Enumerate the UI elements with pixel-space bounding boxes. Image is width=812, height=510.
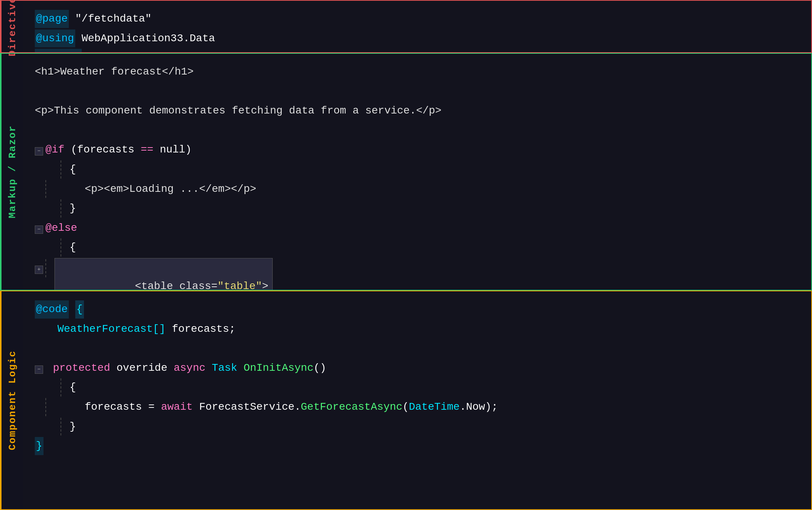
forecasts-var: forecasts = (85, 398, 161, 416)
markup-code-area: <h1>Weather forecast</h1> <p>This compon… (23, 54, 811, 290)
open-brace-if: { (70, 160, 76, 179)
directive-line-3: @inject WeatherForecastService ForecastS… (35, 49, 800, 52)
markup-line-open-brace-if: { (50, 160, 800, 179)
logic-line-code-open: @code { (35, 300, 800, 319)
markup-line-h1: <h1>Weather forecast</h1> (35, 63, 800, 81)
task-keyword (205, 359, 212, 377)
if-condition: (forecasts (64, 141, 141, 159)
method-call-name: GetForecastAsync (301, 398, 402, 416)
markup-line-loading: <p><em>Loading ...</em></p> (35, 180, 800, 198)
datetime-dot: . (460, 398, 466, 416)
datetime-now: Now); (466, 398, 498, 416)
markup-line-else: − @else (35, 219, 800, 237)
section-markup: Markup / Razor <h1>Weather forecast</h1>… (0, 53, 812, 291)
method-close-brace: } (70, 418, 76, 436)
fold-if-icon[interactable]: − (35, 147, 43, 155)
method-open-brace: { (70, 378, 76, 396)
code-close-brace: } (35, 437, 43, 455)
task-type: Task (212, 359, 237, 377)
forecast-type: WeatherForecast[] (57, 320, 166, 338)
at-code-keyword: @code (35, 300, 69, 319)
else-keyword: @else (45, 219, 77, 237)
await-keyword: await (161, 398, 193, 416)
protected-keyword: protected (53, 359, 110, 377)
markup-line-table: + <table class="table"> ... </table> (35, 258, 800, 290)
markup-line-if: − @if (forecasts == null) (35, 141, 800, 159)
if-operator: == (141, 141, 154, 159)
method-call-open: ( (402, 398, 409, 416)
logic-line-forecast-decl: WeatherForecast[] forecasts; (35, 320, 800, 338)
section-logic: Component Logic @code { WeatherForecast[… (0, 291, 812, 510)
logic-line-method-open-brace: { (50, 378, 800, 396)
at-if-keyword: @if (45, 141, 64, 159)
p-tag: <p>This component demonstrates fetching … (35, 102, 441, 120)
loading-tag: <p><em>Loading ...</em></p> (85, 180, 256, 198)
using-value: WebApplication33.Data (75, 30, 215, 48)
override-keyword: override (110, 359, 174, 377)
code-space (69, 300, 75, 319)
logic-label: Component Logic (1, 291, 23, 509)
logic-line-code-close: } (35, 437, 800, 455)
logic-line-oninit-decl: − protected override async Task OnInitAs… (35, 359, 800, 377)
at-inject-keyword: @inject (35, 49, 82, 52)
at-using-keyword: @using (35, 30, 75, 48)
table-collapsed-block[interactable]: <table class="table"> ... </table> (54, 258, 273, 290)
sections-wrapper: Directive @page "/fetchdata" @using WebA… (0, 0, 812, 510)
logic-line-forecasts-assign: forecasts = await ForecastService. GetFo… (35, 398, 800, 416)
directive-label: Directive (1, 1, 23, 52)
fold-table-icon[interactable]: + (35, 266, 43, 274)
main-container: Directive @page "/fetchdata" @using WebA… (0, 0, 812, 510)
open-brace-else: { (70, 238, 76, 257)
async-keyword: async (174, 359, 205, 377)
markup-label: Markup / Razor (1, 54, 23, 290)
fold-method-icon[interactable]: − (35, 365, 43, 374)
section-directive: Directive @page "/fetchdata" @using WebA… (0, 0, 812, 53)
logic-code-area: @code { WeatherForecast[] forecasts; − p… (23, 291, 811, 509)
markup-blank-2 (35, 121, 800, 140)
method-name: OnInitAsync (237, 359, 314, 377)
directive-line-1: @page "/fetchdata" (35, 10, 800, 28)
close-brace-if: } (70, 199, 76, 218)
markup-blank-1 (35, 82, 800, 101)
service-call: ForecastService. (193, 398, 301, 416)
fold-else-icon[interactable]: − (35, 225, 43, 234)
markup-line-p: <p>This component demonstrates fetching … (35, 102, 800, 120)
if-null: null) (154, 141, 192, 159)
inject-service-type: WeatherForecastService (82, 49, 228, 52)
directive-line-2: @using WebApplication33.Data (35, 30, 800, 48)
markup-line-close-brace-if: } (50, 199, 800, 218)
code-open-brace: { (75, 300, 84, 319)
directive-code-area: @page "/fetchdata" @using WebApplication… (23, 1, 811, 52)
logic-line-method-close-brace: } (50, 418, 800, 436)
page-path: "/fetchdata" (69, 10, 151, 28)
at-page-keyword: @page (35, 10, 69, 28)
datetime-class: DateTime (409, 398, 460, 416)
markup-line-open-brace-else: { (50, 238, 800, 257)
h1-tag: <h1>Weather forecast</h1> (35, 63, 194, 81)
inject-service-name: ForecastService (228, 49, 329, 52)
logic-blank-1 (35, 339, 800, 358)
forecast-varname: forecasts; (166, 320, 236, 338)
method-parens: () (314, 359, 326, 377)
